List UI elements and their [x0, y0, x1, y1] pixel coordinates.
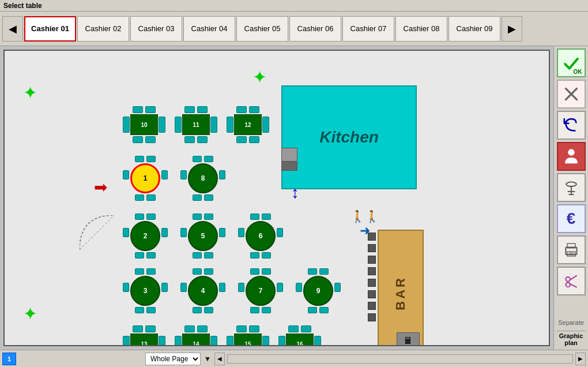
bar-label: BAR [393, 276, 408, 310]
ok-button[interactable]: OK [557, 48, 586, 77]
star-bottom-left: ✦ [23, 304, 37, 324]
page-thumb[interactable]: 1 [2, 353, 16, 365]
table-2-group[interactable]: 2 [130, 221, 160, 251]
zoom-select[interactable]: Whole Page 50% 75% 100% 150% 200% [145, 353, 201, 365]
prev-arrow-btn[interactable]: ◀ [2, 16, 23, 42]
table-14-group: 14 [182, 334, 210, 346]
floor-plan-canvas: ✦ ✦ ✦ Kitchen ↕ ➡ 🚶🚶 ➜ BAR [3, 50, 550, 346]
select-table-title: Select table [3, 2, 42, 10]
print-icon [562, 241, 581, 259]
euro-button[interactable]: € [557, 204, 586, 233]
undo-icon [562, 116, 581, 134]
scissors-button[interactable] [557, 267, 586, 295]
door-arc [80, 215, 120, 256]
table-5-group[interactable]: 5 [188, 221, 218, 251]
table-12-group: 12 [234, 114, 262, 135]
table-1-group[interactable]: 1 [130, 163, 160, 193]
svg-point-3 [568, 149, 575, 156]
cashier-tab-09[interactable]: Cashier 09 [448, 16, 500, 42]
barstool-button[interactable] [557, 173, 586, 202]
euro-icon: € [567, 209, 576, 228]
zoom-dropdown-arrow[interactable]: ▼ [203, 355, 212, 363]
cashier-row: ◀ Cashier 01 Cashier 02 Cashier 03 Cashi… [0, 12, 588, 46]
cashier-tab-02[interactable]: Cashier 02 [77, 16, 129, 42]
floor-plan-wrapper: ✦ ✦ ✦ Kitchen ↕ ➡ 🚶🚶 ➜ BAR [0, 46, 553, 350]
cancel-button[interactable] [557, 80, 586, 108]
svg-line-0 [80, 215, 114, 250]
cancel-icon [562, 85, 581, 103]
h-scrollbar[interactable] [227, 354, 573, 364]
table-10-group: 10 [130, 114, 158, 135]
right-toolbar: OK [553, 46, 588, 350]
h-scroll-right[interactable]: ▶ [575, 353, 586, 365]
barstool-icon [562, 178, 581, 197]
table-11-group: 11 [182, 114, 210, 135]
kitchen-area: Kitchen [281, 85, 417, 189]
scissors-icon [562, 272, 581, 290]
selected-table-arrow: ➡ [94, 178, 107, 197]
svg-point-13 [566, 277, 570, 282]
cashier-tab-05[interactable]: Cashier 05 [236, 16, 288, 42]
table-16-group: 16 [286, 334, 314, 346]
table-8-group[interactable]: 8 [188, 163, 218, 193]
table-6-group[interactable]: 6 [246, 221, 276, 251]
star-top-center: ✦ [252, 67, 267, 87]
svg-line-15 [569, 275, 576, 280]
undo-button[interactable] [557, 111, 586, 140]
h-scroll-left[interactable]: ◀ [214, 353, 225, 365]
table-3-group[interactable]: 3 [130, 276, 160, 306]
print-button[interactable] [557, 235, 586, 264]
svg-point-4 [566, 182, 576, 186]
table-9-group[interactable]: 9 [303, 276, 333, 306]
bar-area: BAR [378, 230, 424, 346]
top-bar: Select table [0, 0, 588, 12]
cashier-tab-08[interactable]: Cashier 08 [395, 16, 447, 42]
table-13-group: 13 [130, 334, 158, 346]
floor-plan-scroll: ✦ ✦ ✦ Kitchen ↕ ➡ 🚶🚶 ➜ BAR [3, 50, 550, 346]
table-4-group[interactable]: 4 [188, 276, 218, 306]
cashier-person-button[interactable] [557, 142, 586, 171]
table-7-group[interactable]: 7 [246, 276, 276, 306]
star-top-left: ✦ [23, 83, 37, 103]
cashier-tab-04[interactable]: Cashier 04 [183, 16, 235, 42]
entrance-double-arrow: ↕ [291, 184, 299, 202]
register-icon: 🖩 [397, 332, 420, 346]
graphic-plan-label: Graphic plan [556, 331, 586, 347]
next-arrow-btn[interactable]: ▶ [502, 16, 522, 42]
cashier-tab-07[interactable]: Cashier 07 [342, 16, 394, 42]
cashier-tab-01[interactable]: Cashier 01 [24, 16, 76, 42]
kitchen-label: Kitchen [319, 128, 379, 147]
cashier-person-icon [562, 147, 581, 166]
cashier-tab-03[interactable]: Cashier 03 [130, 16, 182, 42]
bottom-bar: 1 Whole Page 50% 75% 100% 150% 200% ▼ ◀ … [0, 350, 588, 367]
separate-label: Separate [558, 319, 584, 327]
bar-slots [368, 233, 376, 321]
svg-rect-10 [567, 252, 575, 256]
main-area: ✦ ✦ ✦ Kitchen ↕ ➡ 🚶🚶 ➜ BAR [0, 46, 588, 350]
pos-terminal [281, 148, 297, 171]
svg-point-14 [566, 283, 570, 287]
cashier-tab-06[interactable]: Cashier 06 [289, 16, 341, 42]
table-15-group: 15 [234, 334, 262, 346]
